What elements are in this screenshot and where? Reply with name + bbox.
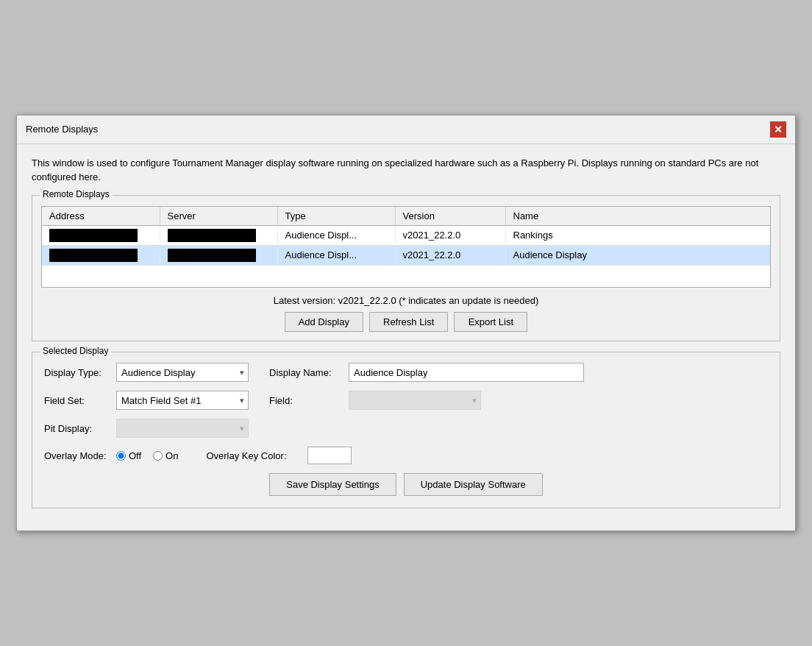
row2-server — [160, 245, 277, 265]
row1-version: v2021_22.2.0 — [395, 225, 505, 245]
table-row[interactable]: Audience Displ... v2021_22.2.0 Rankings — [42, 225, 770, 245]
row1-name: Rankings — [505, 225, 770, 245]
table-header-row: Address Server Type Version Name — [42, 207, 770, 226]
form-row-pit-display: Pit Display: — [44, 419, 768, 438]
displays-table: Address Server Type Version Name Audienc… — [42, 207, 770, 288]
field-select-wrapper — [349, 391, 481, 410]
pit-display-select-wrapper — [116, 419, 249, 438]
col-header-address: Address — [42, 207, 160, 226]
window-body: This window is used to configure Tournam… — [17, 144, 795, 531]
server-redacted-1 — [168, 229, 256, 242]
col-header-name: Name — [505, 207, 770, 226]
display-type-select[interactable]: Audience Display Rankings Display Pit Di… — [116, 363, 249, 382]
table-action-buttons: Add Display Refresh List Export List — [41, 312, 771, 332]
overlay-on-label: On — [165, 450, 178, 461]
overlay-off-radio[interactable] — [116, 451, 126, 461]
form-row-field-set: Field Set: Match Field Set #1 Match Fiel… — [44, 391, 768, 410]
row1-server — [160, 225, 277, 245]
table-spacer-row — [42, 265, 770, 287]
selected-display-group-title: Selected Display — [40, 346, 111, 356]
row1-type: Audience Displ... — [277, 225, 395, 245]
field-select — [349, 391, 481, 410]
display-type-select-wrapper: Audience Display Rankings Display Pit Di… — [116, 363, 249, 382]
remote-displays-group: Remote Displays Address Server Type Vers… — [32, 195, 780, 342]
overlay-key-color-box[interactable] — [307, 447, 352, 464]
field-set-select[interactable]: Match Field Set #1 Match Field Set #2 — [116, 391, 249, 410]
row2-type: Audience Displ... — [277, 245, 395, 265]
display-name-input[interactable] — [349, 363, 584, 382]
main-window: Remote Displays ✕ This window is used to… — [16, 115, 796, 532]
field-set-label: Field Set: — [44, 395, 110, 406]
address-redacted-2 — [49, 249, 138, 262]
row2-address — [42, 245, 160, 265]
address-redacted-1 — [49, 229, 138, 242]
save-display-settings-button[interactable]: Save Display Settings — [269, 473, 396, 496]
form-row-overlay-mode: Overlay Mode: Off On Overlay Key Color: — [44, 447, 768, 464]
window-title: Remote Displays — [26, 124, 98, 135]
table-row[interactable]: Audience Displ... v2021_22.2.0 Audience … — [42, 245, 770, 265]
overlay-mode-label: Overlay Mode: — [44, 450, 110, 461]
col-header-server: Server — [160, 207, 277, 226]
overlay-off-radio-label[interactable]: Off — [116, 450, 141, 461]
overlay-on-radio-label[interactable]: On — [153, 450, 178, 461]
description-text: This window is used to configure Tournam… — [32, 156, 780, 185]
pit-display-select — [116, 419, 249, 438]
row2-version: v2021_22.2.0 — [395, 245, 505, 265]
title-bar: Remote Displays ✕ — [17, 116, 795, 144]
add-display-button[interactable]: Add Display — [285, 312, 363, 332]
selected-display-group: Selected Display Display Type: Audience … — [32, 352, 780, 508]
bottom-buttons: Save Display Settings Update Display Sof… — [44, 473, 768, 496]
field-label: Field: — [269, 395, 343, 406]
refresh-list-button[interactable]: Refresh List — [369, 312, 448, 332]
overlay-on-radio[interactable] — [153, 451, 163, 461]
form-row-display-type: Display Type: Audience Display Rankings … — [44, 363, 768, 382]
version-note: Latest version: v2021_22.2.0 (* indicate… — [41, 295, 771, 306]
overlay-off-label: Off — [129, 450, 141, 461]
remote-displays-group-title: Remote Displays — [40, 189, 113, 199]
row1-address — [42, 225, 160, 245]
export-list-button[interactable]: Export List — [454, 312, 527, 332]
col-header-type: Type — [277, 207, 395, 226]
display-type-label: Display Type: — [44, 367, 110, 378]
col-header-version: Version — [395, 207, 505, 226]
update-display-software-button[interactable]: Update Display Software — [404, 473, 543, 496]
display-name-label: Display Name: — [269, 367, 343, 378]
row2-name: Audience Display — [505, 245, 770, 265]
field-set-select-wrapper: Match Field Set #1 Match Field Set #2 — [116, 391, 249, 410]
overlay-key-color-label: Overlay Key Color: — [206, 450, 302, 461]
pit-display-label: Pit Display: — [44, 423, 110, 434]
close-button[interactable]: ✕ — [770, 121, 786, 138]
displays-table-container: Address Server Type Version Name Audienc… — [41, 206, 771, 288]
server-redacted-2 — [168, 249, 256, 262]
overlay-mode-radio-group: Off On — [116, 450, 178, 461]
